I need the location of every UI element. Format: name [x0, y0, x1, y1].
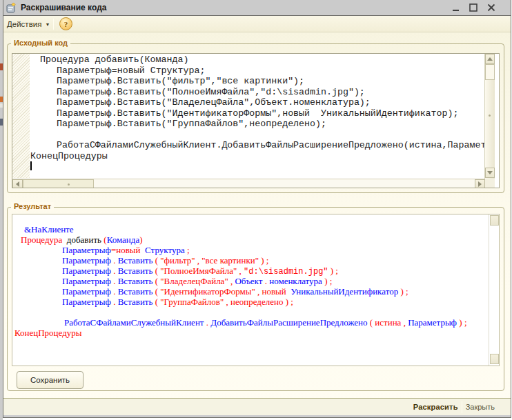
code-token: ( — [152, 297, 160, 307]
code-token: Объект — [235, 276, 262, 286]
result-scroll-up-button[interactable] — [490, 215, 499, 226]
code-token: ) ; — [398, 286, 408, 297]
dialog-window: Раскрашивание кода Действия ▼ ? Исходный… — [3, 0, 511, 418]
code-token: УникальныйИдентификатор — [291, 286, 398, 297]
code-token: "ИдентификаторФормы" — [160, 286, 255, 297]
scroll-up-button[interactable] — [485, 54, 495, 64]
title-bar[interactable]: Раскрашивание кода — [3, 0, 511, 16]
code-token: , — [237, 266, 244, 276]
actions-menu-label: Действия — [7, 20, 41, 28]
result-line: Параметрыф . Вставить ( "фильтр" , "все … — [13, 255, 488, 266]
result-line: Параметрыф . Вставить ( "ПолноеИмяФайла"… — [13, 266, 488, 276]
code-token: &НаКлиенте — [24, 224, 74, 234]
code-token: Вставить — [118, 286, 153, 297]
source-line — [30, 130, 484, 141]
code-token: . — [111, 255, 118, 266]
code-token: ) — [139, 234, 142, 245]
code-token: ; — [185, 245, 190, 255]
code-token: ) ; — [322, 276, 332, 286]
code-token: Вставить — [118, 276, 153, 286]
code-token: ( — [367, 317, 375, 328]
code-token: Структура — [145, 245, 185, 255]
code-token: "фильтр" — [160, 255, 195, 266]
result-group-label: Результат — [11, 202, 54, 210]
source-line: КонецПроцедуры — [30, 151, 484, 162]
code-token: Вставить — [118, 266, 153, 276]
source-line: Параметрыф.Вставить("фильтр","все картин… — [30, 76, 484, 87]
code-token: ) ; — [457, 317, 466, 328]
scrollbar-corner — [485, 179, 495, 188]
code-token: ) ; — [328, 266, 338, 276]
code-token: КонецПроцедуры — [14, 328, 82, 338]
right-arrow-icon — [478, 181, 482, 187]
scroll-down-button[interactable] — [485, 168, 495, 178]
code-token: неопределено — [230, 297, 283, 307]
code-token: РаботаСФайламиСлужебныйКлиент — [64, 317, 204, 328]
result-code-lines: &НаКлиентеПроцедура добавить (Команда)Па… — [13, 224, 488, 338]
code-token: истина — [375, 317, 401, 328]
horizontal-scroll-thumb[interactable] — [23, 179, 94, 188]
result-line: Параметрыф . Вставить ( "ИдентификаторФо… — [13, 286, 488, 297]
help-button[interactable]: ? — [59, 17, 72, 30]
scroll-left-button[interactable] — [12, 179, 23, 188]
horizontal-scrollbar[interactable] — [12, 179, 485, 188]
code-token: =новый — [111, 245, 145, 255]
code-token: , — [195, 255, 202, 266]
code-token: . — [111, 297, 118, 307]
code-token: . — [111, 276, 118, 286]
result-line: Параметрыф . Вставить ( "ГруппаФайлов" ,… — [13, 297, 488, 307]
code-token: Процедура — [21, 234, 67, 245]
result-line: РаботаСФайламиСлужебныйКлиент . Добавить… — [13, 317, 488, 328]
source-line: Параметрыф.Вставить("ВладелецФайла",Объе… — [30, 97, 484, 108]
editor-gutter — [12, 54, 30, 178]
close-dialog-button[interactable]: Закрыть — [466, 403, 495, 411]
code-token: . — [111, 266, 118, 276]
code-token: Параметрыф — [62, 276, 111, 286]
form-icon — [6, 3, 17, 13]
code-token: , — [255, 286, 262, 297]
code-token: Команда — [107, 234, 140, 245]
result-scroll-down-button[interactable] — [490, 354, 499, 364]
help-icon: ? — [64, 20, 68, 28]
colorize-button[interactable]: Раскрасить — [413, 403, 458, 411]
close-button[interactable] — [486, 2, 497, 13]
vertical-scrollbar[interactable] — [484, 54, 495, 179]
code-token: "ПолноеИмяФайла" — [160, 266, 237, 276]
result-line: Параметрыф . Вставить ( "ВладелецФайла" … — [13, 276, 488, 286]
maximize-button[interactable] — [468, 2, 479, 13]
down-arrow-icon — [487, 171, 493, 174]
source-line: Процедура добавить(Команда) — [30, 54, 484, 66]
code-token: ДобавитьФайлыРасширениеПредложено — [210, 317, 367, 328]
result-scrollbar[interactable] — [489, 214, 499, 366]
minimize-button[interactable] — [451, 2, 462, 13]
scroll-track-dot — [489, 114, 491, 117]
result-line: Параметрыф=новый Структура ; — [13, 245, 488, 255]
code-token: . — [262, 276, 269, 286]
code-token: ) ; — [283, 297, 293, 307]
save-button[interactable]: Сохранить — [17, 371, 83, 389]
actions-menu-button[interactable]: Действия ▼ — [4, 18, 52, 30]
code-token: Вставить — [118, 255, 153, 266]
source-code-lines: Процедура добавить(Команда)Параметрыф=но… — [30, 54, 484, 178]
code-token: "все картинки" — [201, 255, 259, 266]
code-token: Параметрыф — [62, 266, 111, 276]
window-title: Раскрашивание кода — [21, 3, 106, 12]
text-caret — [30, 161, 32, 170]
bottom-bar-separator — [462, 401, 462, 413]
scroll-right-button[interactable] — [475, 179, 485, 188]
code-token: Параметрыф — [408, 317, 457, 328]
code-token: ( — [152, 286, 160, 297]
code-token: Параметрыф — [62, 255, 111, 266]
up-arrow-icon — [487, 57, 493, 61]
result-line: Процедура добавить (Команда) — [13, 234, 488, 245]
code-token: , — [401, 317, 408, 328]
bottom-command-bar: Раскрасить Закрыть — [3, 398, 511, 415]
window-bottom-frame — [3, 415, 511, 417]
code-token: ( — [152, 266, 160, 276]
vertical-scroll-thumb[interactable] — [485, 64, 495, 80]
source-code-editor[interactable]: Процедура добавить(Команда)Параметрыф=но… — [12, 53, 500, 188]
result-line: &НаКлиенте — [13, 224, 488, 234]
result-line: КонецПроцедуры — [13, 328, 488, 338]
code-token: ( — [152, 276, 160, 286]
code-token: , — [224, 297, 230, 307]
